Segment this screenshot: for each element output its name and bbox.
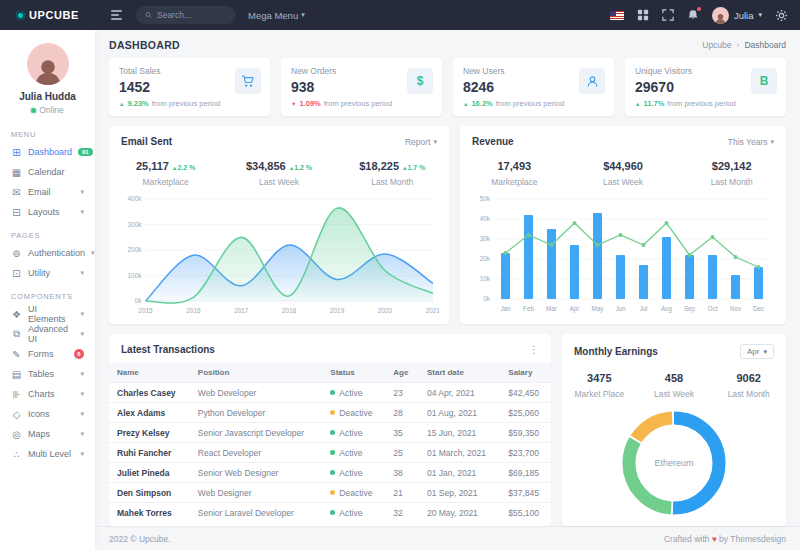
profile-avatar[interactable]	[27, 43, 69, 85]
svg-text:400k: 400k	[128, 195, 143, 202]
tables-icon: ▤	[11, 369, 22, 380]
footer-copyright: 2022 © Upcube.	[109, 534, 171, 544]
svg-text:10k: 10k	[480, 275, 491, 282]
svg-text:20k: 20k	[480, 255, 491, 262]
chevron-down-icon	[91, 249, 95, 257]
table-row: Charles CaseyWeb DeveloperActive2304 Apr…	[109, 383, 551, 403]
svg-text:Dec: Dec	[753, 305, 764, 312]
revenue-title: Revenue	[472, 136, 514, 147]
dollar-icon: $	[407, 68, 433, 94]
sidebar-item-icons[interactable]: ◇ Icons	[0, 404, 95, 424]
svg-text:2016: 2016	[186, 307, 201, 314]
brand-logo[interactable]: UPCUBE	[0, 9, 95, 21]
menu-toggle-icon[interactable]	[111, 10, 122, 20]
this-years-dropdown[interactable]: This Years	[728, 137, 774, 147]
language-flag-icon[interactable]	[610, 11, 624, 20]
chevron-down-icon	[80, 450, 84, 458]
status-dot	[330, 390, 335, 395]
ui-elements-icon: ❖	[11, 309, 22, 320]
table-row: Juliet PinedaSenior Web DesignerActive38…	[109, 463, 551, 483]
calendar-icon: ▦	[11, 167, 22, 178]
stat-card-unique-visitors: Unique Visitors 29670 11.7%from previous…	[625, 58, 786, 116]
svg-text:Jul: Jul	[639, 305, 647, 312]
breadcrumb-current: Dashboard	[744, 40, 786, 50]
online-status: Online	[39, 105, 64, 115]
monthly-earnings-title: Monthly Earnings	[574, 346, 658, 357]
report-dropdown[interactable]: Report	[405, 137, 437, 147]
advanced-ui-icon: ⧉	[11, 328, 22, 340]
status-dot	[330, 470, 335, 475]
svg-text:50k: 50k	[480, 195, 491, 202]
chevron-down-icon	[80, 370, 84, 378]
table-row: Ruhi FancherReact DeveloperActive2501 Ma…	[109, 443, 551, 463]
forms-badge: 6	[74, 349, 84, 359]
table-row: Mahek TorresSenior Laravel DeveloperActi…	[109, 503, 551, 523]
settings-gear-icon[interactable]	[775, 9, 788, 22]
transactions-table: Name Position Status Age Start date Sala…	[109, 363, 551, 522]
brand-logo-icon	[16, 11, 25, 20]
svg-text:300k: 300k	[128, 221, 143, 228]
sidebar-item-email[interactable]: ✉ Email	[0, 182, 95, 202]
notifications-bell-icon[interactable]	[687, 9, 699, 21]
chevron-down-icon	[80, 390, 84, 398]
multi-level-icon: ∴	[11, 449, 22, 460]
mega-menu-button[interactable]: Mega Menu	[248, 10, 305, 21]
sidebar-section-menu: MENU	[0, 121, 95, 142]
user-avatar	[712, 7, 729, 24]
sidebar-item-forms[interactable]: ✎ Forms 6	[0, 344, 95, 364]
stat-card-total-sales: Total Sales 1452 9.23%from previous peri…	[109, 58, 270, 116]
email-sent-stats: 25,1172.2 %Marketplace $34,8561.2 %Last …	[109, 147, 449, 189]
chevron-down-icon	[80, 330, 84, 338]
sidebar-item-multi-level[interactable]: ∴ Multi Level	[0, 444, 95, 464]
sidebar-item-maps[interactable]: ◎ Maps	[0, 424, 95, 444]
chevron-down-icon	[80, 188, 84, 196]
bitcoin-icon: B	[751, 68, 777, 94]
page-title: DASHBOARD	[109, 39, 180, 51]
charts-row: Email Sent Report 25,1172.2 %Marketplace…	[95, 116, 800, 324]
sidebar-item-charts[interactable]: ⊪ Charts	[0, 384, 95, 404]
transactions-title: Latest Transactions	[121, 344, 215, 355]
email-sent-title: Email Sent	[121, 136, 172, 147]
sidebar-item-ui-elements[interactable]: ❖ UI Elements	[0, 304, 95, 324]
status-dot	[330, 510, 335, 515]
dashboard-icon: ⊞	[11, 147, 22, 158]
sidebar-item-tables[interactable]: ▤ Tables	[0, 364, 95, 384]
authentication-icon: ⊚	[11, 248, 22, 259]
breadcrumb-home-link[interactable]: Upcube	[702, 40, 731, 50]
sidebar-item-advanced-ui[interactable]: ⧉ Advanced UI	[0, 324, 95, 344]
svg-text:Apr: Apr	[570, 305, 580, 313]
maps-icon: ◎	[11, 429, 22, 440]
sidebar-section-components: COMPONENTS	[0, 283, 95, 304]
svg-text:200k: 200k	[128, 246, 143, 253]
search-input[interactable]	[157, 10, 227, 20]
svg-text:2021: 2021	[426, 307, 439, 314]
svg-text:0k: 0k	[135, 297, 143, 304]
dashboard-badge: 01	[78, 148, 93, 156]
sidebar-item-utility[interactable]: ⊡ Utility	[0, 263, 95, 283]
profile-name: Julia Hudda	[0, 91, 95, 102]
left-sidebar: Julia Hudda Online MENU ⊞ Dashboard 01 ▦…	[0, 30, 95, 550]
month-select[interactable]: Apr	[740, 344, 774, 359]
svg-text:Jan: Jan	[500, 305, 511, 312]
user-menu[interactable]: Julia	[712, 7, 762, 24]
top-navbar: UPCUBE Mega Menu Julia	[0, 0, 800, 30]
earnings-stats: 3475Market Place 458Last Week 9062Last M…	[562, 359, 786, 401]
navbar-search[interactable]	[136, 6, 236, 24]
sidebar-item-authentication[interactable]: ⊚ Authentication	[0, 243, 95, 263]
email-sent-panel: Email Sent Report 25,1172.2 %Marketplace…	[109, 126, 449, 324]
kebab-menu-icon[interactable]	[529, 344, 539, 355]
brand-name: UPCUBE	[29, 9, 79, 21]
sidebar-item-calendar[interactable]: ▦ Calendar	[0, 162, 95, 182]
table-row: Den SimpsonWeb DesignerDeactive2101 Sep,…	[109, 483, 551, 503]
sidebar-item-layouts[interactable]: ⊟ Layouts	[0, 202, 95, 222]
svg-text:2017: 2017	[234, 307, 249, 314]
svg-text:Oct: Oct	[708, 305, 718, 312]
svg-text:30k: 30k	[480, 235, 491, 242]
forms-icon: ✎	[11, 349, 22, 360]
apps-grid-icon[interactable]	[637, 9, 649, 21]
svg-text:Aug: Aug	[661, 305, 673, 313]
footer: 2022 © Upcube. Crafted with ♥ by Themesd…	[95, 526, 800, 550]
svg-text:May: May	[592, 305, 605, 313]
fullscreen-icon[interactable]	[662, 9, 674, 21]
sidebar-item-dashboard[interactable]: ⊞ Dashboard 01	[0, 142, 95, 162]
